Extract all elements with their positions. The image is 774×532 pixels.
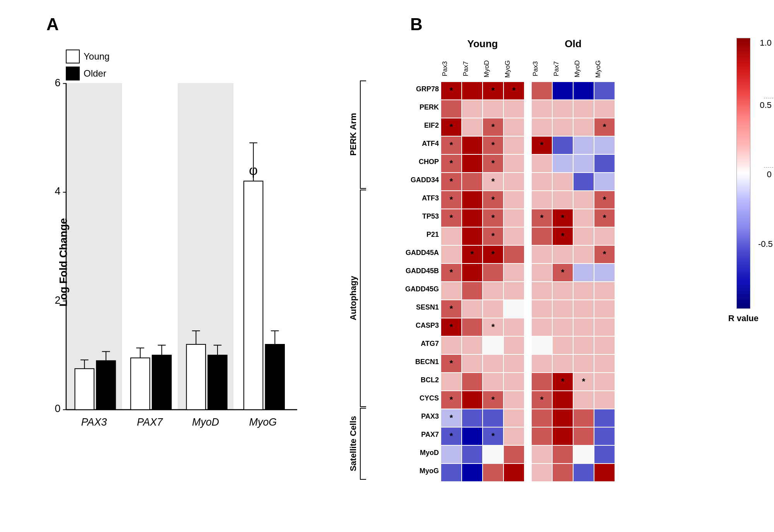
col-header-young-myog: MyoG [504, 51, 524, 86]
cell-old-chop-2 [574, 155, 594, 172]
cell-young-casp3-3 [504, 318, 524, 336]
colorbar-gradient: 1.0 0.5 0 -0.5 [736, 38, 750, 309]
cell-young-becn1-3 [504, 355, 524, 372]
heatmap-row-atf3: *** [441, 191, 615, 209]
heatmap-row-bcl2: ** [441, 373, 615, 390]
cell-young-eif2-3 [504, 118, 524, 136]
cell-young-chop-3 [504, 155, 524, 172]
cell-young-gadd34-2: * [483, 173, 503, 190]
cell-young-eif2-1 [462, 118, 482, 136]
colorbar-tick-0: 0 [767, 169, 772, 180]
young-header: Young [441, 38, 524, 50]
cell-old-tp53-0: * [532, 209, 552, 227]
cell-young-atg7-3 [504, 337, 524, 354]
row-label-bcl2: BCL2 [406, 371, 441, 389]
row-label-p21: P21 [406, 226, 441, 243]
cell-young-bcl2-0 [441, 373, 461, 390]
legend-young: Young [66, 50, 110, 63]
cell-young-cycs-0: * [441, 391, 461, 409]
cell-young-gadd34-0: * [441, 173, 461, 190]
cell-young-casp3-1 [462, 318, 482, 336]
heatmap-row-gadd45a: *** [441, 246, 615, 263]
svg-rect-15 [96, 361, 115, 410]
cell-young-pax7-2: * [483, 428, 503, 445]
cell-young-gadd45a-2: * [483, 246, 503, 263]
cell-young-myog-0 [441, 464, 461, 481]
cell-young-myod-3 [504, 446, 524, 463]
cell-old-gadd45g-1 [553, 282, 573, 299]
cell-young-eif2-2: * [483, 118, 503, 136]
cell-old-atf4-1 [553, 137, 573, 154]
cell-young-chop-0: * [441, 155, 461, 172]
cell-young-atf3-2: * [483, 191, 503, 209]
heatmap-row-atg7 [441, 337, 615, 354]
cell-old-becn1-2 [574, 355, 594, 372]
cell-old-atg7-1 [553, 337, 573, 354]
cell-old-cycs-3 [594, 391, 615, 409]
cell-old-pax3-3 [594, 409, 615, 427]
cell-young-gadd45g-2 [483, 282, 503, 299]
col-header-young-myod: MyoD [483, 51, 503, 86]
cell-old-casp3-1 [553, 318, 573, 336]
cell-old-pax7-1 [553, 428, 573, 445]
cell-old-atf3-3: * [594, 191, 615, 209]
cell-young-p21-0 [441, 228, 461, 245]
svg-rect-36 [265, 344, 284, 410]
cell-old-becn1-1 [553, 355, 573, 372]
cell-young-perk-3 [504, 100, 524, 118]
cell-young-pax7-1 [462, 428, 482, 445]
svg-text:PAX3: PAX3 [81, 416, 107, 428]
row-label-gadd45g: GADD45G [406, 281, 441, 298]
cell-young-p21-1 [462, 228, 482, 245]
cell-old-atg7-2 [574, 337, 594, 354]
row-label-sesn1: SESN1 [406, 299, 441, 316]
cell-old-cycs-0: * [532, 391, 552, 409]
cell-old-sesn1-1 [553, 300, 573, 318]
cell-young-gadd34-1 [462, 173, 482, 190]
heatmap-grid: Young Old Pax3Pax7MyoDMyoG Pax3Pax7MyoDM… [441, 38, 615, 518]
col-header-young-pax3: Pax3 [441, 51, 461, 86]
cell-old-chop-0 [532, 155, 552, 172]
row-label-perk: PERK [406, 99, 441, 116]
cell-old-p21-3 [594, 228, 615, 245]
cell-old-pax3-1 [553, 409, 573, 427]
colorbar: 1.0 0.5 0 -0.5 R value [728, 38, 759, 518]
cell-young-tp53-2: * [483, 209, 503, 227]
cell-young-myod-1 [462, 446, 482, 463]
r-value-label: R value [728, 313, 759, 323]
cell-young-sesn1-3 [504, 300, 524, 318]
row-label-tp53: TP53 [406, 208, 441, 225]
panel-b: B PERK Arm Autophagy [348, 15, 759, 518]
svg-text:6: 6 [55, 77, 61, 89]
cell-old-chop-3 [594, 155, 615, 172]
cell-old-casp3-0 [532, 318, 552, 336]
cell-young-bcl2-3 [504, 373, 524, 390]
cell-young-pax3-2 [483, 409, 503, 427]
cell-old-eif2-2 [574, 118, 594, 136]
cell-old-atf4-0: * [532, 137, 552, 154]
col-header-young-pax7: Pax7 [462, 51, 482, 86]
row-label-atf4: ATF4 [406, 135, 441, 152]
heatmap-row-casp3: ** [441, 318, 615, 336]
cell-young-perk-2 [483, 100, 503, 118]
cell-young-pax3-3 [504, 409, 524, 427]
svg-rect-26 [187, 344, 205, 410]
cell-old-gadd45b-3 [594, 264, 615, 281]
cell-young-atf4-2: * [483, 137, 503, 154]
svg-text:MyoG: MyoG [249, 416, 277, 428]
col-header-old-myog: MyoG [594, 51, 615, 86]
panel-a: A Log Fold Change Young Older [15, 15, 333, 518]
cell-young-cycs-2: * [483, 391, 503, 409]
group-label-perk: PERK Arm [348, 113, 358, 156]
cell-young-p21-2: * [483, 228, 503, 245]
cell-old-atf4-2 [574, 137, 594, 154]
cell-old-tp53-1: * [553, 209, 573, 227]
cell-old-atf3-0 [532, 191, 552, 209]
svg-text:MyoD: MyoD [192, 416, 219, 428]
cell-young-atg7-1 [462, 337, 482, 354]
cell-young-sesn1-1 [462, 300, 482, 318]
chart-area: Log Fold Change Young Older [54, 38, 325, 487]
cell-old-bcl2-3 [594, 373, 615, 390]
svg-text:φ: φ [249, 162, 258, 177]
panel-b-label: B [410, 15, 759, 34]
